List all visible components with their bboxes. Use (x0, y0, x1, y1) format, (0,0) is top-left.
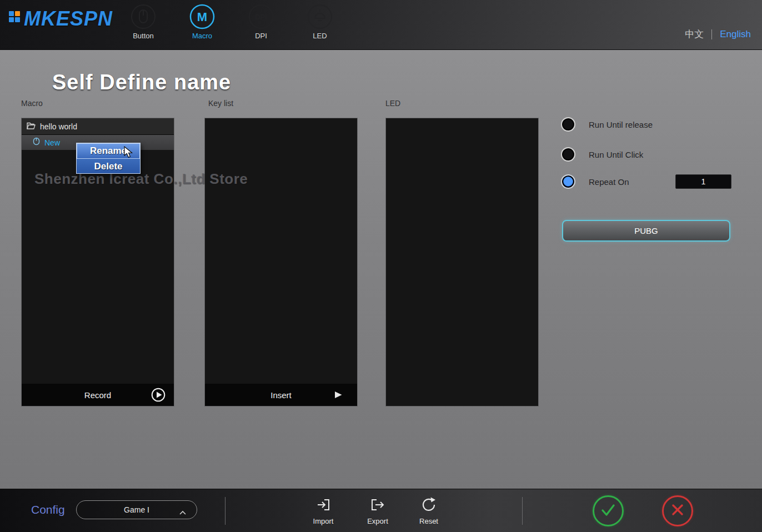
keylist-panel: Insert (204, 118, 358, 406)
repeat-on-label: Repeat On (589, 177, 629, 187)
config-profile-select[interactable]: Game I (76, 500, 197, 519)
svg-text:DPI: DPI (255, 13, 267, 21)
macro-new-item-label: New (44, 138, 60, 147)
folder-item-label: hello world (40, 122, 77, 131)
led-icon (307, 3, 333, 30)
keylist-panel-label: Key list (208, 99, 233, 108)
macro-icon: M (189, 3, 215, 30)
nav-label-dpi: DPI (255, 32, 267, 40)
pubg-profile-button[interactable]: PUBG (562, 220, 730, 242)
radio-run-until-release-icon[interactable] (561, 117, 575, 132)
option-run-until-click[interactable]: Run Until Click (561, 147, 643, 162)
logo-text: MKESPN (24, 9, 113, 29)
option-run-until-release[interactable]: Run Until release (561, 117, 653, 132)
mouse-icon (33, 137, 40, 148)
export-label: Export (367, 517, 388, 525)
close-icon (669, 501, 686, 520)
radio-run-until-click-icon[interactable] (561, 147, 575, 162)
nav-item-button[interactable]: Button (121, 3, 166, 40)
run-until-release-label: Run Until release (589, 120, 653, 129)
check-icon (599, 500, 618, 521)
lang-divider (711, 29, 712, 39)
annotation-title: Self Define name (52, 71, 231, 94)
export-button[interactable]: Export (358, 495, 397, 525)
radio-repeat-on-icon[interactable] (561, 174, 575, 189)
insert-play-icon (334, 390, 343, 401)
divider (225, 497, 225, 525)
cursor-icon (123, 146, 133, 160)
confirm-button[interactable] (593, 495, 624, 526)
mouse-button-icon (130, 3, 157, 30)
record-button[interactable]: Record (22, 384, 174, 406)
reset-button[interactable]: Reset (409, 495, 448, 525)
reset-icon (419, 495, 438, 516)
brand-logo: MKESPN (9, 9, 113, 29)
import-button[interactable]: Import (304, 495, 343, 525)
record-play-icon (151, 388, 166, 404)
macro-panel-label: Macro (21, 99, 43, 108)
nav-label-macro: Macro (192, 32, 212, 40)
config-label: Config (31, 503, 65, 516)
insert-button[interactable]: Insert (205, 384, 357, 406)
repeat-count-input[interactable] (675, 174, 731, 189)
lang-chinese[interactable]: 中文 (685, 28, 704, 41)
main-nav: Button M Macro DPI DPI (121, 3, 342, 40)
profile-select-value: Game I (124, 505, 149, 514)
reset-label: Reset (419, 517, 438, 525)
logo-icon (9, 11, 20, 22)
led-panel-label: LED (385, 99, 400, 108)
import-icon (314, 495, 333, 516)
macro-folder-item[interactable]: hello world (22, 118, 174, 135)
dpi-icon: DPI (248, 3, 274, 30)
folder-icon (27, 122, 36, 131)
nav-item-dpi[interactable]: DPI DPI (239, 3, 283, 40)
lang-english[interactable]: English (720, 29, 751, 40)
run-until-click-label: Run Until Click (589, 150, 643, 159)
svg-text:M: M (197, 10, 207, 24)
nav-label-button: Button (133, 32, 154, 40)
top-bar: MKESPN Button M (0, 0, 762, 50)
chevron-up-icon (179, 508, 187, 517)
nav-item-led[interactable]: LED (298, 3, 342, 40)
cancel-button[interactable] (662, 495, 693, 526)
option-repeat-on[interactable]: Repeat On (561, 174, 629, 189)
context-menu-delete[interactable]: Delete (77, 159, 140, 174)
divider (522, 497, 523, 525)
mouse-config-app: MKESPN Button M (0, 0, 762, 532)
insert-button-label: Insert (270, 390, 292, 400)
watermark-text: Shenzhen Icreat Co.,Ltd Store (34, 170, 248, 188)
bottom-bar: Config Game I Import (0, 489, 762, 532)
export-icon (368, 495, 387, 516)
record-button-label: Record (84, 390, 111, 400)
nav-item-macro[interactable]: M Macro (180, 3, 224, 40)
language-switch: 中文 English (685, 28, 751, 41)
import-label: Import (313, 517, 334, 525)
led-panel (385, 118, 539, 406)
nav-label-led: LED (313, 32, 327, 40)
